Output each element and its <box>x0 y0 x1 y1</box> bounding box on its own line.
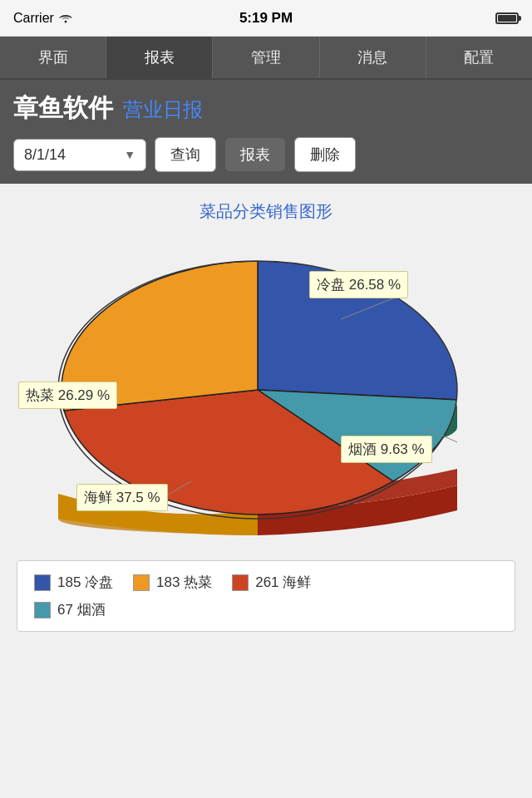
label-recai: 热菜 26.29 % <box>18 382 117 409</box>
legend-item-recai: 183 热菜 <box>133 573 212 592</box>
legend-item-yanjiu: 67 烟酒 <box>34 600 106 619</box>
label-yanjiu: 烟酒 9.63 % <box>341 436 432 463</box>
carrier-label: Carrier <box>13 11 72 26</box>
wifi-icon <box>59 12 72 24</box>
header: 章鱼软件 营业日报 8/1/14 ▼ 查询 报表 删除 <box>0 80 532 184</box>
report-button[interactable]: 报表 <box>224 137 286 172</box>
legend-count-recai: 183 热菜 <box>156 573 212 592</box>
legend-item-haixian: 261 海鲜 <box>232 573 311 592</box>
delete-button[interactable]: 删除 <box>294 137 356 172</box>
status-time: 5:19 PM <box>239 10 293 27</box>
legend-count-lengpan: 185 冷盘 <box>57 573 113 592</box>
chart-title: 菜品分类销售图形 <box>200 200 332 223</box>
tab-baobiao[interactable]: 报表 <box>106 37 213 78</box>
battery-indicator <box>495 12 519 24</box>
chart-legend: 185 冷盘 183 热菜 261 海鲜 67 烟酒 <box>17 560 515 632</box>
status-bar: Carrier 5:19 PM <box>0 0 532 37</box>
swatch-yanjiu <box>34 602 51 618</box>
svg-point-0 <box>64 20 66 22</box>
label-haixian: 海鲜 37.5 % <box>76 484 168 511</box>
pie-chart: 冷盘 26.58 % 烟酒 9.63 % 海鲜 37.5 % 热菜 26.29 … <box>17 236 515 552</box>
app-title: 章鱼软件 <box>13 91 113 126</box>
query-button[interactable]: 查询 <box>155 137 216 172</box>
date-value: 8/1/14 <box>24 146 66 164</box>
legend-item-lengpan: 185 冷盘 <box>34 573 113 592</box>
date-picker[interactable]: 8/1/14 ▼ <box>13 139 146 171</box>
tab-xiaoxi[interactable]: 消息 <box>320 37 426 78</box>
tab-jiemian[interactable]: 界面 <box>0 37 106 78</box>
swatch-recai <box>133 574 150 591</box>
chart-area: 菜品分类销售图形 <box>0 184 532 648</box>
report-title: 营业日报 <box>123 96 203 123</box>
label-lengpan: 冷盘 26.58 % <box>309 271 408 298</box>
tab-guanli[interactable]: 管理 <box>213 37 319 78</box>
swatch-haixian <box>232 574 249 591</box>
swatch-lengpan <box>34 574 51 591</box>
nav-tabs: 界面 报表 管理 消息 配置 <box>0 37 532 80</box>
legend-count-yanjiu: 67 烟酒 <box>57 600 106 619</box>
legend-count-haixian: 261 海鲜 <box>255 573 311 592</box>
tab-peizhi[interactable]: 配置 <box>426 37 532 78</box>
dropdown-arrow-icon: ▼ <box>124 148 135 161</box>
